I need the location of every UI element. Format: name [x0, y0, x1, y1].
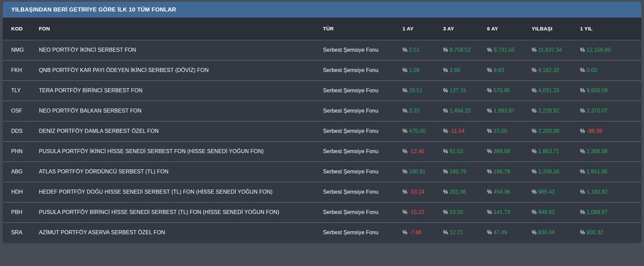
percent-sign: % [580, 88, 585, 93]
return-6ay-cell: %15.00 [487, 121, 532, 141]
return-value: 1.09 [409, 67, 419, 73]
percent-sign: % [402, 189, 407, 195]
column-header-fon[interactable]: FON [39, 18, 323, 40]
return-yilbasi-cell: %830.44 [532, 222, 580, 243]
return-1yil-cell: %1,951.95 [580, 162, 641, 182]
return-6ay-cell: %389.08 [487, 141, 532, 162]
return-6ay-cell: %9.83 [487, 60, 532, 80]
table-row[interactable]: TLY TERA PORTFÖY BİRİNCİ SERBEST FON Ser… [3, 80, 641, 101]
column-header-3ay[interactable]: 3 AY [443, 18, 487, 40]
fund-name-cell: ATLAS PORTFÖY DÖRDÜNCÜ SERBEST (TL) FON [39, 162, 323, 182]
panel-title: YILBAŞINDAN BERİ GETİRİYE GÖRE İLK 10 TÜ… [11, 6, 176, 13]
return-3ay-cell: %-11.54 [443, 121, 487, 141]
return-1ay-cell: %2.51 [402, 40, 443, 60]
table-header: KOD FON TÜR 1 AY 3 AY 6 AY YILBAŞI 1 YIL [3, 18, 641, 40]
table-row[interactable]: ABG ATLAS PORTFÖY DÖRDÜNCÜ SERBEST (TL) … [3, 162, 641, 182]
return-value: 4,031.23 [538, 88, 559, 93]
return-1yil-cell: %12,156.80 [580, 40, 641, 60]
return-value: 12,156.80 [586, 47, 611, 53]
table-row[interactable]: PHN PUSULA PORTFÖY İKİNCİ HİSSE SENEDİ S… [3, 141, 641, 162]
percent-sign: % [402, 67, 407, 73]
percent-sign: % [402, 88, 407, 93]
return-value: 3.33 [409, 108, 419, 114]
table-row[interactable]: HDH HEDEF PORTFÖY DOĞU HİSSE SENEDİ SERB… [3, 182, 641, 202]
return-value: 11,637.34 [538, 47, 562, 53]
percent-sign: % [487, 47, 492, 53]
column-header-tur[interactable]: TÜR [323, 18, 402, 40]
fund-name-cell: DENİZ PORTFÖY DAMLA SERBEST ÖZEL FON [39, 121, 323, 141]
percent-sign: % [487, 209, 492, 215]
return-value: 1,339.16 [538, 169, 559, 174]
return-value: 2,200.00 [538, 128, 559, 134]
percent-sign: % [532, 108, 536, 114]
return-yilbasi-cell: %1,863.71 [532, 141, 580, 162]
column-header-1yil[interactable]: 1 YIL [580, 18, 641, 40]
return-value: 47.49 [493, 229, 507, 235]
percent-sign: % [487, 148, 492, 154]
percent-sign: % [402, 108, 407, 114]
return-1yil-cell: %2,370.07 [580, 101, 641, 121]
return-1yil-cell: %1,180.82 [580, 182, 641, 202]
return-value: -11.54 [450, 128, 464, 134]
fund-type-cell: Serbest Şemsiye Fonu [323, 40, 402, 60]
percent-sign: % [532, 189, 536, 195]
return-6ay-cell: %9,731.55 [487, 40, 532, 60]
return-yilbasi-cell: %948.62 [532, 202, 580, 222]
table-row[interactable]: DDS DENİZ PORTFÖY DAMLA SERBEST ÖZEL FON… [3, 121, 641, 141]
fund-code-cell: NMG [3, 40, 39, 60]
column-header-kod[interactable]: KOD [3, 18, 39, 40]
percent-sign: % [580, 189, 585, 195]
return-1yil-cell: %0.00 [580, 60, 641, 80]
return-value: 180.81 [409, 169, 426, 174]
fund-type-cell: Serbest Şemsiye Fonu [323, 121, 402, 141]
return-value: 3.69 [450, 67, 460, 73]
column-header-6ay[interactable]: 6 AY [487, 18, 532, 40]
return-value: 137.15 [450, 88, 466, 93]
return-1ay-cell: %-12.46 [402, 141, 443, 162]
fund-code-cell: ABG [3, 162, 39, 182]
fund-returns-panel: YILBAŞINDAN BERİ GETİRİYE GÖRE İLK 10 TÜ… [3, 2, 641, 243]
percent-sign: % [443, 128, 448, 134]
percent-sign: % [402, 47, 407, 53]
return-1ay-cell: %-7.68 [402, 222, 443, 243]
column-header-1ay[interactable]: 1 AY [402, 18, 443, 40]
table-row[interactable]: SRA AZİMUT PORTFÖY ASERVA SERBEST ÖZEL F… [3, 222, 641, 243]
return-value: 141.73 [493, 209, 510, 215]
return-6ay-cell: %454.36 [487, 182, 532, 202]
return-value: -12.46 [409, 148, 424, 154]
return-value: 1,863.71 [538, 148, 559, 154]
percent-sign: % [443, 47, 448, 53]
fund-code-cell: PHN [3, 141, 39, 162]
return-6ay-cell: %141.73 [487, 202, 532, 222]
percent-sign: % [532, 67, 536, 73]
return-3ay-cell: %1,494.23 [443, 101, 487, 121]
return-6ay-cell: %166.79 [487, 162, 532, 182]
percent-sign: % [487, 128, 492, 134]
percent-sign: % [402, 128, 407, 134]
percent-sign: % [580, 148, 585, 154]
fund-name-cell: QNB PORTFÖY KAR PAYI ÖDEYEN İKİNCİ SERBE… [39, 60, 323, 80]
percent-sign: % [443, 209, 448, 215]
return-value: 1,088.97 [586, 209, 607, 215]
percent-sign: % [532, 169, 536, 174]
table-row[interactable]: OSF NEO PORTFÖY BALKAN SERBEST FON Serbe… [3, 101, 641, 121]
return-6ay-cell: %1,993.97 [487, 101, 532, 121]
table-row[interactable]: FKH QNB PORTFÖY KAR PAYI ÖDEYEN İKİNCİ S… [3, 60, 641, 80]
percent-sign: % [580, 108, 585, 114]
return-1yil-cell: %1,088.97 [580, 202, 641, 222]
return-value: 985.42 [538, 189, 555, 195]
fund-name-cell: NEO PORTFÖY İKİNCİ SERBEST FON [39, 40, 323, 60]
percent-sign: % [402, 229, 407, 235]
fund-type-cell: Serbest Şemsiye Fonu [323, 101, 402, 121]
return-3ay-cell: %81.53 [443, 141, 487, 162]
fund-type-cell: Serbest Şemsiye Fonu [323, 60, 402, 80]
return-3ay-cell: %160.79 [443, 162, 487, 182]
fund-name-cell: HEDEF PORTFÖY DOĞU HİSSE SENEDİ SERBEST … [39, 182, 323, 202]
percent-sign: % [580, 209, 585, 215]
table-row[interactable]: PBH PUSULA PORTFÖY BİRİNCİ HİSSE SENEDİ … [3, 202, 641, 222]
percent-sign: % [487, 229, 492, 235]
percent-sign: % [487, 67, 492, 73]
table-row[interactable]: NMG NEO PORTFÖY İKİNCİ SERBEST FON Serbe… [3, 40, 641, 60]
return-value: 900.32 [586, 229, 603, 235]
column-header-yilbasi[interactable]: YILBAŞI [532, 18, 580, 40]
